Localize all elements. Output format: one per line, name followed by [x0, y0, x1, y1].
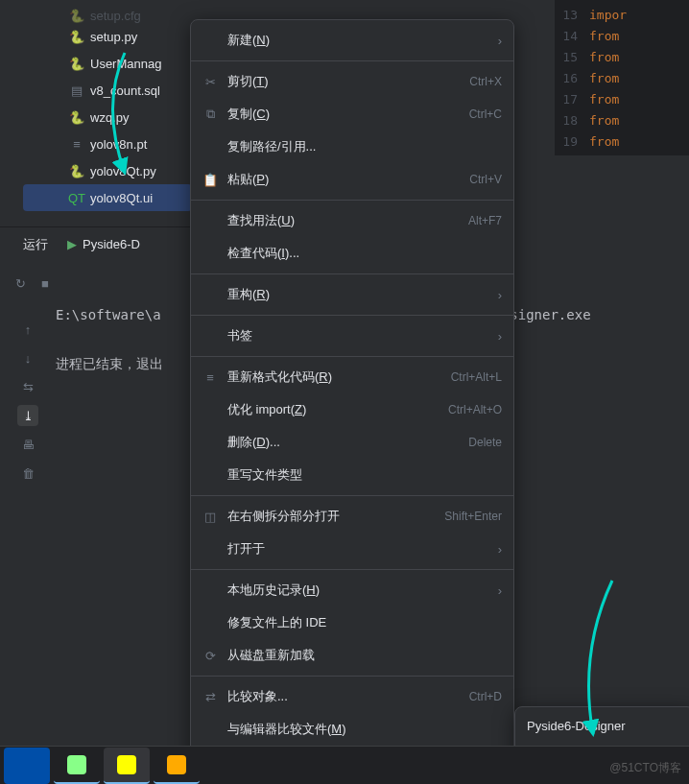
blank-icon: [202, 328, 218, 344]
watermark: @51CTO博客: [609, 760, 681, 776]
code-line: 19from: [562, 131, 681, 152]
tree-item[interactable]: 🐍 yolov8Qt.py: [0, 157, 192, 184]
menu-bookmarks[interactable]: 书签›: [191, 320, 513, 352]
taskbar-app[interactable]: [4, 748, 50, 784]
menu-copy[interactable]: ⧉复制(C)Ctrl+C: [191, 98, 513, 131]
shortcut: Delete: [468, 436, 502, 449]
file-label: v8_count.sql: [90, 83, 160, 98]
clipboard-icon: 📋: [202, 172, 218, 187]
menu-find-usages[interactable]: 查找用法(U)Alt+F7: [191, 204, 513, 237]
taskbar-app-pycharm[interactable]: [104, 748, 150, 784]
submenu-pyside6-designer[interactable]: Pyside6-Designer: [515, 711, 689, 740]
diff-icon: ⇄: [202, 689, 218, 704]
tree-item[interactable]: 🐍 setup.cfg: [0, 8, 192, 23]
shortcut: Ctrl+D: [469, 690, 502, 703]
menu-separator: [191, 676, 513, 677]
code-line: 13impor: [562, 4, 681, 25]
menu-open-in[interactable]: 打开于›: [191, 533, 513, 565]
code-line: 15from: [562, 46, 681, 67]
split-icon: ◫: [202, 509, 218, 524]
shortcut: Ctrl+V: [469, 173, 502, 186]
file-label: setup.py: [90, 30, 137, 44]
menu-open-split-right[interactable]: ◫在右侧拆分部分打开Shift+Enter: [191, 500, 513, 533]
menu-inspect-code[interactable]: 检查代码(I)...: [191, 237, 513, 270]
blank-icon: [202, 722, 218, 737]
blank-icon: [202, 467, 218, 483]
chevron-right-icon: ›: [498, 542, 502, 557]
chevron-right-icon: ›: [498, 288, 502, 302]
reformat-icon: ≡: [202, 369, 218, 385]
taskbar-app[interactable]: [54, 748, 100, 784]
file-label: wzq.py: [90, 110, 129, 125]
blank-icon: [202, 541, 218, 557]
rerun-button[interactable]: ↻: [12, 273, 29, 294]
run-toolbar: ↻ ■ ↑ ↓ ⇆ ⤓ 🖶 🗑: [0, 265, 58, 484]
menu-separator: [191, 356, 513, 357]
shortcut: Alt+F7: [468, 214, 502, 227]
menu-copy-path[interactable]: 复制路径/引用...: [191, 131, 513, 163]
stop-button[interactable]: ■: [36, 273, 54, 294]
code-line: 14from: [562, 25, 681, 46]
blank-icon: [202, 615, 218, 630]
shortcut: Shift+Enter: [444, 510, 502, 523]
trash-button[interactable]: 🗑: [17, 463, 38, 484]
menu-separator: [191, 60, 513, 61]
tree-item[interactable]: 🐍 setup.py: [0, 23, 192, 50]
menu-paste[interactable]: 📋粘贴(P)Ctrl+V: [191, 163, 513, 196]
menu-compare-editor[interactable]: 与编辑器比较文件(M): [191, 713, 513, 746]
tree-item[interactable]: 🐍 wzq.py: [0, 104, 192, 131]
python-icon: 🐍: [69, 56, 84, 71]
chevron-right-icon: ›: [498, 329, 502, 344]
menu-separator: [191, 569, 513, 570]
shortcut: Ctrl+C: [469, 107, 502, 121]
editor[interactable]: 13impor 14from 15from 16from 17from 18fr…: [555, 0, 689, 155]
menu-separator: [191, 495, 513, 496]
blank-icon: [202, 582, 218, 598]
blank-icon: [202, 139, 218, 154]
menu-new[interactable]: 新建(N)›: [191, 24, 513, 57]
run-toolwindow-header: 运行 ▶ Pyside6-D: [0, 226, 192, 261]
tree-item-selected[interactable]: QT yolov8Qt.ui: [23, 184, 192, 211]
reload-icon: ⟳: [202, 648, 218, 663]
menu-separator: [191, 273, 513, 274]
file-icon: ≡: [69, 136, 84, 152]
menu-cut[interactable]: ✂剪切(T)Ctrl+X: [191, 65, 513, 98]
file-label: yolov8Qt.py: [90, 164, 156, 178]
blank-icon: [202, 33, 218, 48]
python-icon: 🐍: [69, 163, 84, 178]
shortcut: Ctrl+Alt+O: [448, 403, 502, 416]
taskbar-app[interactable]: [154, 748, 200, 784]
copy-icon: ⧉: [202, 107, 218, 122]
blank-icon: [202, 246, 218, 261]
play-icon: ▶: [67, 237, 77, 251]
menu-local-history[interactable]: 本地历史记录(H)›: [191, 574, 513, 606]
menu-delete[interactable]: 删除(D)...Delete: [191, 426, 513, 459]
menu-optimize-imports[interactable]: 优化 import(Z)Ctrl+Alt+O: [191, 393, 513, 426]
soft-wrap-button[interactable]: ⇆: [17, 376, 38, 397]
menu-repair-ide[interactable]: 修复文件上的 IDE: [191, 606, 513, 639]
menu-reformat[interactable]: ≡重新格式化代码(R)Ctrl+Alt+L: [191, 361, 513, 393]
tree-item[interactable]: ≡ yolov8n.pt: [0, 131, 192, 157]
menu-separator: [191, 315, 513, 316]
menu-refactor[interactable]: 重构(R)›: [191, 278, 513, 311]
menu-separator: [191, 200, 513, 201]
chevron-right-icon: ›: [498, 34, 502, 48]
shortcut: Ctrl+X: [469, 75, 502, 88]
console-path-left: E:\software\a: [56, 307, 161, 322]
file-label: UserMannag: [90, 57, 161, 71]
tree-item[interactable]: 🐍 UserMannag: [0, 50, 192, 77]
python-icon: 🐍: [69, 109, 84, 125]
run-config-tab[interactable]: ▶ Pyside6-D: [67, 237, 140, 251]
scissors-icon: ✂: [202, 74, 218, 89]
tree-item[interactable]: ▤ v8_count.sql: [0, 77, 192, 104]
menu-reload-from-disk[interactable]: ⟳从磁盘重新加载: [191, 639, 513, 672]
menu-override-file-type[interactable]: 重写文件类型: [191, 459, 513, 491]
run-label[interactable]: 运行: [23, 236, 48, 253]
down-arrow-button[interactable]: ↓: [17, 347, 38, 368]
up-arrow-button[interactable]: ↑: [17, 319, 38, 340]
print-button[interactable]: 🖶: [17, 434, 38, 455]
python-icon: 🐍: [69, 29, 84, 44]
scroll-to-end-button[interactable]: ⤓: [17, 405, 38, 426]
blank-icon: [202, 287, 218, 302]
menu-compare-with[interactable]: ⇄比较对象...Ctrl+D: [191, 680, 513, 713]
